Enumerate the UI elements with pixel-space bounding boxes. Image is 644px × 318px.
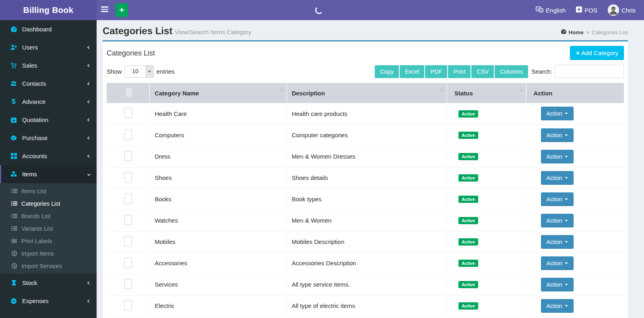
action-dropdown-button[interactable]: Action — [541, 299, 574, 313]
sidebar-subitem-brands-list[interactable]: Brands List — [0, 210, 97, 222]
status-badge: Active — [458, 196, 478, 203]
sidebar-toggle-icon[interactable] — [101, 6, 110, 14]
excel-button[interactable]: Excel — [400, 65, 424, 78]
sort-icon[interactable]: ↑↓ — [440, 87, 443, 93]
action-button-label: Action — [547, 281, 562, 288]
breadcrumb-home-link[interactable]: Home — [561, 29, 584, 35]
cart-icon — [9, 62, 19, 69]
export-button-group: Copy Excel PDF Print CSV Columns — [375, 65, 528, 78]
sort-icon[interactable]: ↑↓ — [280, 87, 283, 93]
action-dropdown-button[interactable]: Action — [541, 235, 574, 249]
action-button-label: Action — [547, 196, 562, 202]
list-icon — [10, 200, 18, 206]
sidebar-item-label: Sales — [22, 62, 37, 69]
action-dropdown-button[interactable]: Action — [541, 278, 574, 291]
chevron-left-icon — [87, 136, 91, 139]
column-header-category-name[interactable]: Category Name↑↓ — [150, 83, 287, 103]
main-content: Categories ListView/Search Items Categor… — [97, 20, 644, 318]
add-category-button[interactable]: + Add Category — [570, 46, 624, 60]
table-row: Shoes Shoes details Active Action — [107, 167, 624, 188]
table-row: Computers Computer categories Active Act… — [107, 124, 624, 146]
sidebar-item-sales[interactable]: Sales — [0, 56, 97, 74]
column-header-label: Description — [292, 90, 325, 97]
column-header-status[interactable]: Status↑↓ — [447, 83, 526, 103]
import-arrow-circle-icon — [10, 263, 18, 269]
columns-button[interactable]: Columns — [495, 65, 528, 78]
row-checkbox[interactable] — [124, 215, 132, 225]
action-dropdown-button[interactable]: Action — [541, 192, 574, 206]
app-logo[interactable]: Billing Book — [0, 0, 97, 20]
row-checkbox[interactable] — [124, 151, 132, 161]
content-header: Categories ListView/Search Items Categor… — [103, 20, 628, 40]
language-menu[interactable]: Aa English — [530, 0, 571, 20]
entries-select-value: 10 — [125, 66, 146, 77]
row-checkbox[interactable] — [124, 130, 132, 140]
action-dropdown-button[interactable]: Action — [541, 256, 574, 270]
panel-header: Categories List + Add Category — [107, 45, 624, 64]
chevron-left-icon — [87, 64, 91, 67]
row-checkbox[interactable] — [124, 258, 132, 268]
action-dropdown-button[interactable]: Action — [541, 128, 574, 142]
sidebar-subitem-import-items[interactable]: Import Items — [0, 247, 97, 260]
sort-icon[interactable]: ↑↓ — [519, 87, 522, 93]
row-checkbox[interactable] — [124, 172, 132, 182]
table-row: Mobiles Mobiles Description Active Actio… — [107, 231, 624, 252]
table-controls: Show 10 entries Copy Excel PDF Print CSV… — [107, 65, 624, 78]
row-checkbox[interactable] — [124, 194, 132, 204]
description-cell: All type service items. — [287, 274, 447, 295]
sidebar-item-quotation[interactable]: Quotation — [0, 111, 97, 129]
column-header-description[interactable]: Description↑↓ — [287, 83, 447, 103]
search-input[interactable] — [555, 65, 624, 78]
category-name-cell: Watches — [150, 210, 287, 231]
user-avatar — [608, 4, 619, 16]
chevron-left-icon — [87, 100, 91, 103]
action-dropdown-button[interactable]: Action — [541, 214, 574, 227]
caret-down-icon — [565, 177, 568, 179]
sidebar-item-users[interactable]: Users — [0, 38, 97, 56]
quick-add-button[interactable]: + — [116, 3, 128, 17]
row-checkbox[interactable] — [124, 279, 132, 289]
copy-button[interactable]: Copy — [375, 65, 399, 78]
category-name-cell: Services — [150, 274, 287, 295]
sidebar-subitem-label: Import Services — [21, 263, 62, 269]
sidebar-item-dashboard[interactable]: Dashboard — [0, 20, 97, 38]
sidebar-item-label: Stock — [22, 279, 37, 286]
sidebar-subitem-print-labels[interactable]: Print Labels — [0, 235, 97, 247]
status-badge: Active — [458, 238, 478, 246]
csv-button[interactable]: CSV — [471, 65, 494, 78]
sidebar-subitem-import-services[interactable]: Import Services — [0, 260, 97, 272]
sidebar-item-expenses[interactable]: Expenses — [0, 292, 97, 310]
category-name-cell: Electric — [150, 295, 287, 316]
entries-select[interactable]: 10 — [125, 65, 154, 78]
pdf-button[interactable]: PDF — [425, 65, 447, 78]
description-cell: Health care products — [287, 103, 447, 124]
sidebar-subitem-label: Categories List — [21, 200, 60, 207]
sidebar-subitem-variants-list[interactable]: Variants List — [0, 222, 97, 235]
sidebar-subitem-items-list[interactable]: Items List — [0, 185, 97, 197]
category-name-cell: Mobiles — [150, 231, 287, 252]
row-checkbox[interactable] — [124, 236, 132, 246]
column-header-label: Status — [454, 90, 473, 97]
action-button-label: Action — [547, 260, 562, 266]
row-checkbox[interactable] — [124, 108, 132, 118]
sidebar-item-accounts[interactable]: Accounts — [0, 147, 97, 165]
select-all-checkbox[interactable] — [125, 87, 133, 97]
action-dropdown-button[interactable]: Action — [541, 150, 574, 163]
sidebar-item-items[interactable]: Items — [0, 165, 97, 183]
user-menu[interactable]: Chris — [603, 0, 641, 20]
sidebar-item-contacts[interactable]: Contacts — [0, 74, 97, 93]
sidebar-item-label: Contacts — [22, 80, 46, 87]
sidebar-item-purchase[interactable]: Purchase — [0, 129, 97, 147]
action-dropdown-button[interactable]: Action — [541, 171, 574, 185]
sidebar-item-stock[interactable]: Stock — [0, 274, 97, 292]
row-checkbox[interactable] — [124, 300, 132, 310]
user-name: Chris — [621, 7, 636, 14]
breadcrumb-separator: > — [586, 29, 589, 35]
sidebar-item-advance[interactable]: $ Advance — [0, 93, 97, 111]
sidebar-subitem-categories-list[interactable]: Categories List — [0, 197, 97, 210]
print-button[interactable]: Print — [448, 65, 471, 78]
action-dropdown-button[interactable]: Action — [541, 107, 574, 120]
search-label: Search: — [531, 68, 552, 75]
pos-menu[interactable]: POS — [571, 0, 603, 20]
status-badge: Active — [458, 110, 478, 118]
